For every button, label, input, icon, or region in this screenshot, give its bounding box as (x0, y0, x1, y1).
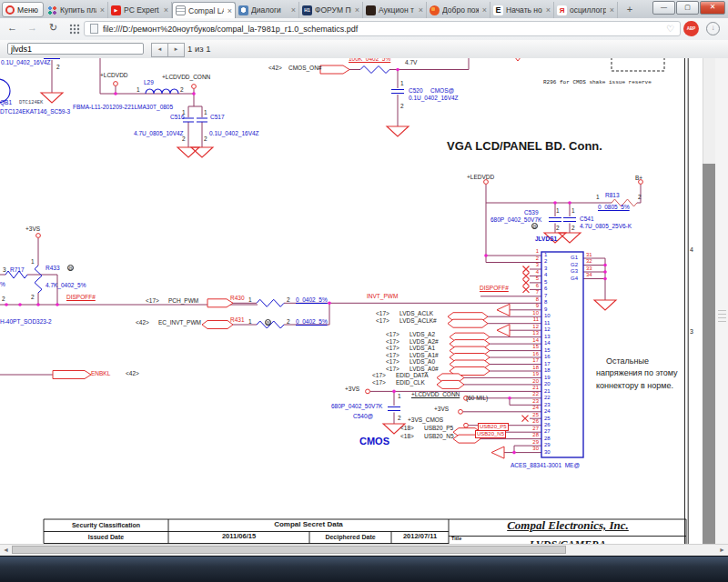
tab-4[interactable]: Диалоги× (236, 2, 299, 18)
maximize-button[interactable]: ▢ (676, 1, 699, 15)
schematic-label: USB20_P5 (424, 425, 453, 431)
bookmark-heart-icon[interactable]: ♡ (666, 24, 674, 34)
scroll-right-icon[interactable]: ► (719, 546, 725, 555)
schematic-label: 1 (400, 80, 404, 86)
horizontal-scrollbar-thumb[interactable] (12, 546, 566, 554)
schematic-label: +3VS (345, 386, 359, 392)
connector-pin-number: 14 (524, 337, 539, 343)
schematic-label: <42> (268, 65, 282, 71)
tab-close-icon[interactable]: × (545, 5, 551, 15)
tab-close-icon[interactable]: × (163, 5, 168, 15)
tab-3[interactable]: Compal LA-× (172, 2, 236, 18)
tab-close-icon[interactable]: × (609, 5, 614, 15)
tab-2[interactable]: ▶PC Expert -× (108, 2, 172, 18)
schematic-label: R433 (46, 265, 60, 271)
schematic-label: Compal Secret Data (170, 521, 447, 529)
scroll-left-icon[interactable]: ◄ (3, 546, 9, 555)
tab-label: Начать нов (506, 5, 542, 15)
connector-pin-number: 1 (524, 248, 539, 254)
schematic-label: CMOS_ON# (288, 65, 321, 71)
schematic-label: VGA LCD/PANEL BD. Conn. (447, 140, 602, 153)
tab-close-icon[interactable]: × (99, 5, 105, 15)
schematic-label: <17> (386, 366, 399, 372)
schematic-label: DTC124EK (19, 100, 43, 105)
connector-pin-number: 16 (524, 351, 539, 356)
connector-pin-number: 1 (544, 252, 547, 257)
schematic-label: DISPOFF# (480, 285, 509, 291)
connector-pin-number: 15 (524, 344, 539, 349)
connector-pin-number: 27 (544, 428, 551, 434)
speed-dial-icon[interactable] (69, 24, 80, 35)
auction-dark-icon (366, 5, 376, 15)
schematic-label: LVDS_A1# (410, 352, 439, 358)
schematic-label: 2011/06/15 (170, 533, 308, 540)
reload-icon[interactable]: ↻ (49, 22, 57, 34)
schematic-label: EDID_CLK (396, 379, 425, 386)
schematic-label: 2 (56, 64, 60, 70)
minimize-button[interactable]: — (652, 1, 675, 15)
schematic-label: 4.7U_0805_10V4Z (134, 130, 184, 136)
connector-pin-number: 20 (524, 378, 539, 384)
schematic-label: DISPOFF# (66, 294, 96, 300)
connector-pin-number: 15 (544, 347, 551, 353)
tab-label: Диалоги (251, 5, 288, 15)
connector-pin-number: 8 (524, 296, 539, 302)
desktop: Меню Купить пла×▶PC Expert -×Compal LA-×… (0, 0, 728, 582)
scrollbar-grip-icon[interactable] (718, 307, 726, 324)
schematic-label: 4.7K_0402_5% (46, 282, 86, 288)
tab-label: ФОРУМ ПО (315, 5, 351, 15)
opera-menu-button[interactable]: Меню (2, 2, 44, 17)
url-field[interactable]: file:///D:/ремонт%20ноутбуков/compal_la-… (84, 21, 681, 36)
schematic-label: C541 (580, 216, 594, 222)
schematic-label: <17> (376, 317, 389, 324)
connector-pin-number: 28 (524, 432, 539, 437)
connector-pin-number: 28 (544, 436, 551, 441)
download-icon[interactable]: ↓ (706, 22, 720, 35)
tab-close-icon[interactable]: × (227, 6, 232, 15)
connector-pin-number: 17 (524, 357, 539, 363)
schematic-label: FBMA-L11-201209-221LMA30T_0805 (73, 104, 173, 110)
schematic-label: 2 (182, 135, 186, 142)
tab-1[interactable]: Купить пла× (45, 2, 108, 18)
back-icon[interactable]: ← (7, 22, 17, 33)
schematic-label: <17> (386, 338, 399, 345)
connector-pin-number: 9 (544, 306, 547, 312)
connector-pin-number: 21 (544, 388, 551, 394)
connector-pin-number: G1 (571, 255, 578, 260)
find-prev-button[interactable]: ◄ (151, 43, 168, 57)
schematic-label: DTC124EKAT146_SC59-3 (0, 108, 70, 115)
connector-pin-number: 14 (544, 340, 551, 346)
close-button[interactable]: ✕ (700, 1, 725, 15)
tab-close-icon[interactable]: × (290, 5, 296, 15)
opera-logo-icon (5, 5, 15, 15)
schematic-label: 3 (3, 266, 6, 273)
pdf-search-input[interactable] (7, 43, 144, 55)
tab-close-icon[interactable]: × (354, 5, 359, 15)
find-next-button[interactable]: ► (168, 43, 185, 57)
tab-close-icon[interactable]: × (481, 5, 487, 15)
new-tab-button[interactable]: + (622, 3, 637, 16)
schematic-label: 1 (136, 86, 140, 93)
connector-pin-number: 29 (544, 442, 551, 447)
market-dots-icon (47, 5, 57, 15)
tab-close-icon[interactable]: × (418, 5, 423, 15)
schematic-label: ACES_88341-3001 ME@ (511, 462, 580, 468)
tab-7[interactable]: Добро пож× (427, 2, 490, 18)
tab-label: Добро пож (442, 5, 479, 15)
window-gutter (715, 58, 728, 544)
schematic-label: R296 for CMOS shake issue reserve (543, 80, 652, 85)
tab-5[interactable]: H1ФОРУМ ПО× (299, 2, 363, 18)
schematic-label: PCH_PWM (168, 297, 198, 304)
find-match-counter: 1 из 1 (187, 44, 211, 54)
tab-9[interactable]: Яосциллогр× (554, 2, 618, 18)
schematic-label: @ (67, 265, 74, 271)
adblock-badge[interactable]: ABP (683, 21, 699, 36)
tab-8[interactable]: EНачать нов× (490, 2, 554, 18)
connector-pin-number: 2 (524, 256, 539, 261)
schematic-label: 0.1U_0402_16V4Z (209, 130, 259, 136)
tab-6[interactable]: Аукцион т× (363, 2, 427, 18)
forward-icon[interactable]: → (27, 22, 37, 33)
connector-pin-number: 10 (524, 310, 539, 316)
vertical-scrollbar-thumb[interactable] (703, 164, 715, 544)
schematic-label: 2 (180, 86, 184, 93)
